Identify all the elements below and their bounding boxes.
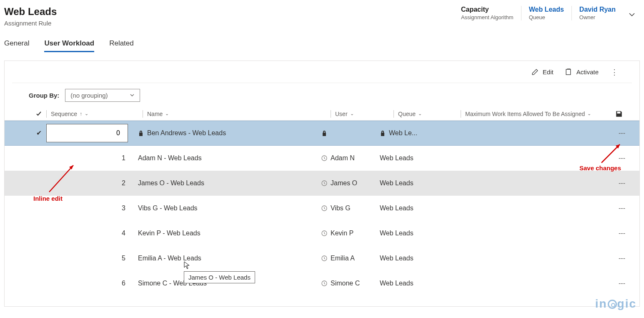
row-max: --- xyxy=(619,204,625,212)
tab-general[interactable]: General xyxy=(4,39,29,52)
row-max: --- xyxy=(619,280,625,287)
row-name: Vibs G - Web Leads xyxy=(138,204,198,212)
row-queue: Web Le... xyxy=(389,129,417,137)
clock-icon xyxy=(321,155,327,161)
table-row[interactable]: 2 James O - Web Leads James O Web Leads … xyxy=(5,171,639,196)
row-user: James O xyxy=(331,179,357,187)
row-name: Ben Andrews - Web Leads xyxy=(147,129,226,137)
tooltip: James O - Web Leads xyxy=(184,271,255,283)
select-all-checkbox[interactable] xyxy=(31,111,46,117)
row-queue: Web Leads xyxy=(380,280,413,287)
row-user: Vibs G xyxy=(331,204,351,212)
column-header-user[interactable]: User ⌄ xyxy=(335,111,393,117)
table-row[interactable]: 3 Vibs G - Web Leads Vibs G Web Leads --… xyxy=(5,196,639,221)
row-max: --- xyxy=(619,179,625,187)
header-field[interactable]: Web Leads Queue xyxy=(521,6,571,20)
row-user: Simone C xyxy=(331,280,360,287)
lock-icon xyxy=(321,130,327,136)
row-name: Adam N - Web Leads xyxy=(138,154,202,162)
page-header: Web Leads Assignment Rule Capacity Assig… xyxy=(0,0,644,27)
chevron-down-icon: ⌄ xyxy=(85,111,88,116)
header-field-value: David Ryan xyxy=(579,6,616,13)
chevron-down-icon: ⌄ xyxy=(418,111,422,116)
grid-body: ✔ Ben Andrews - Web Leads Web Le... --- … xyxy=(5,121,639,296)
grid-header: Sequence ↑ ⌄ Name ⌄ User ⌄ Queue ⌄ Maxim… xyxy=(5,108,639,121)
table-row[interactable]: ✔ Ben Andrews - Web Leads Web Le... --- xyxy=(5,121,639,146)
row-sequence: 1 xyxy=(122,154,125,162)
row-name: James O - Web Leads xyxy=(138,179,204,187)
header-field[interactable]: David Ryan Owner xyxy=(571,6,623,20)
row-queue: Web Leads xyxy=(380,255,413,262)
svg-line-7 xyxy=(49,165,73,192)
annotation-inline-edit: Inline edit xyxy=(33,195,63,202)
clock-icon xyxy=(321,255,327,261)
header-field-value: Capacity xyxy=(461,6,514,13)
tab-user-workload[interactable]: User Workload xyxy=(44,39,94,52)
annotation-save-changes: Save changes xyxy=(579,164,621,172)
chevron-down-icon: ⌄ xyxy=(165,111,169,116)
svg-rect-0 xyxy=(566,69,571,75)
edit-label: Edit xyxy=(543,68,554,76)
row-sequence: 6 xyxy=(122,280,125,287)
save-button[interactable] xyxy=(615,110,623,118)
lock-icon xyxy=(138,130,144,136)
lock-icon xyxy=(380,130,386,136)
clock-icon xyxy=(321,280,327,286)
pencil-icon xyxy=(531,68,539,76)
table-row[interactable]: 5 Emilia A - Web Leads Emilia A Web Lead… xyxy=(5,246,639,271)
header-field-label: Assignment Algorithm xyxy=(461,14,514,20)
chevron-down-icon: ⌄ xyxy=(350,111,354,116)
row-sequence: 3 xyxy=(122,204,125,212)
header-fields: Capacity Assignment AlgorithmWeb Leads Q… xyxy=(454,6,636,20)
table-row[interactable]: 4 Kevin P - Web Leads Kevin P Web Leads … xyxy=(5,221,639,246)
group-by-row: Group By: (no grouping) xyxy=(5,83,639,108)
clock-icon xyxy=(321,230,327,236)
sort-asc-icon: ↑ xyxy=(80,111,82,117)
annotation-arrow-icon xyxy=(46,160,79,194)
group-by-label: Group By: xyxy=(29,92,59,99)
chevron-down-icon: ⌄ xyxy=(587,111,591,116)
edit-button[interactable]: Edit xyxy=(531,68,554,76)
activate-button[interactable]: Activate xyxy=(565,68,599,76)
row-check-icon[interactable]: ✔ xyxy=(31,129,46,137)
header-field-label: Owner xyxy=(579,14,616,20)
table-row[interactable]: 6 Simone C - Web Leads Simone C Web Lead… xyxy=(5,271,639,296)
column-header-max[interactable]: Maximum Work Items Allowed To Be Assigne… xyxy=(465,111,639,117)
row-max: --- xyxy=(619,230,625,237)
row-max: --- xyxy=(619,129,625,137)
row-user: Adam N xyxy=(331,154,355,162)
row-queue: Web Leads xyxy=(380,154,413,162)
column-header-queue[interactable]: Queue ⌄ xyxy=(398,111,461,117)
expand-header-button[interactable] xyxy=(627,10,636,19)
page-subtitle: Assignment Rule xyxy=(4,20,57,27)
row-user: Kevin P xyxy=(331,230,353,237)
row-sequence: 5 xyxy=(122,255,125,262)
column-header-name[interactable]: Name ⌄ xyxy=(147,111,331,117)
chevron-down-icon xyxy=(130,92,135,99)
header-field-value: Web Leads xyxy=(529,6,564,13)
activate-label: Activate xyxy=(576,68,599,76)
table-row[interactable]: 1 Adam N - Web Leads Adam N Web Leads --… xyxy=(5,146,639,171)
mouse-cursor-icon xyxy=(184,261,190,270)
watermark-logo: ingic xyxy=(595,297,636,310)
row-max: --- xyxy=(619,255,625,262)
annotation-arrow-icon xyxy=(599,141,624,164)
row-user: Emilia A xyxy=(331,255,355,262)
tabs: GeneralUser WorkloadRelated xyxy=(0,27,644,52)
row-name: Kevin P - Web Leads xyxy=(138,230,200,237)
row-sequence: 2 xyxy=(122,179,125,187)
more-menu-button[interactable]: ⋮ xyxy=(610,68,619,77)
sequence-inline-input[interactable] xyxy=(46,124,128,142)
group-by-value: (no grouping) xyxy=(70,92,108,99)
tab-related[interactable]: Related xyxy=(109,39,134,52)
row-queue: Web Leads xyxy=(380,179,413,187)
page-title: Web Leads xyxy=(4,6,57,18)
group-by-select[interactable]: (no grouping) xyxy=(65,89,140,102)
header-field[interactable]: Capacity Assignment Algorithm xyxy=(454,6,521,20)
row-queue: Web Leads xyxy=(380,230,413,237)
column-header-sequence[interactable]: Sequence ↑ ⌄ xyxy=(51,111,143,117)
activate-icon xyxy=(565,68,572,76)
clock-icon xyxy=(321,180,327,186)
clock-icon xyxy=(321,205,327,211)
row-sequence: 4 xyxy=(122,230,125,237)
